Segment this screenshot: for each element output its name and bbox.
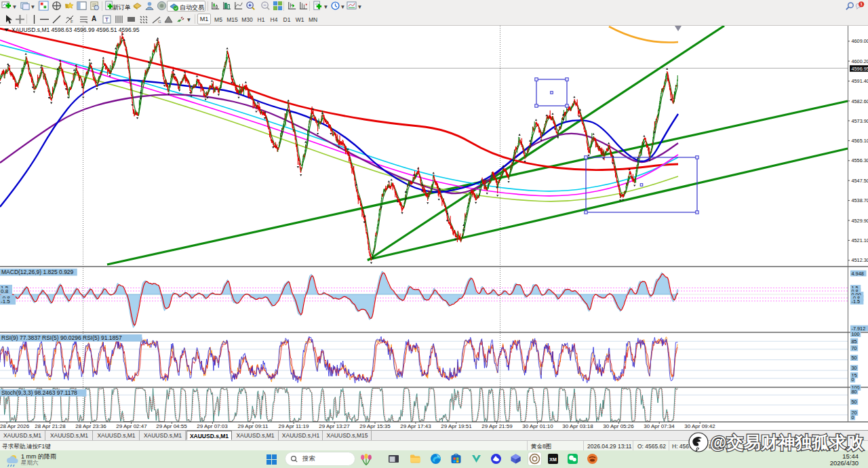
svg-text:F: F: [71, 20, 73, 24]
svg-text:4547.50: 4547.50: [852, 178, 868, 184]
svg-text:4529.90: 4529.90: [852, 218, 868, 224]
svg-text:100: 100: [852, 331, 860, 337]
svg-text:50: 50: [852, 355, 857, 361]
svg-text:4600.20: 4600.20: [852, 58, 868, 64]
svg-text:XAUUSD.s,M1 4598.63 4596.99 4: XAUUSD.s,M1 4598.63 4596.99 4596.51 4596…: [12, 26, 140, 33]
svg-text:30 Apr 01:10: 30 Apr 01:10: [522, 423, 553, 429]
svg-text:29 Apr 02:47: 29 Apr 02:47: [116, 423, 147, 429]
svg-text:0: 0: [852, 376, 854, 383]
svg-text:4565.10: 4565.10: [852, 138, 868, 144]
svg-text:29 Apr 04:55: 29 Apr 04:55: [156, 423, 187, 429]
svg-text:30 Apr 07:34: 30 Apr 07:34: [644, 423, 675, 429]
svg-text:29 Apr 19:51: 29 Apr 19:51: [441, 423, 472, 429]
svg-text:0.8: 0.8: [1, 288, 9, 294]
svg-text:30 Apr 03:18: 30 Apr 03:18: [562, 423, 593, 429]
svg-text:29 Apr 07:03: 29 Apr 07:03: [197, 423, 228, 429]
svg-text:XM: XM: [549, 457, 557, 462]
svg-text:70: 70: [852, 345, 857, 351]
svg-text:4591.40: 4591.40: [852, 78, 868, 84]
svg-text:4582.60: 4582.60: [852, 98, 868, 104]
svg-text:-1.5: -1.5: [852, 298, 861, 305]
svg-text:29 Apr 21:59: 29 Apr 21:59: [481, 423, 513, 429]
svg-text:28 Apr 23:36: 28 Apr 23:36: [75, 423, 106, 429]
svg-text:29 Apr 09:11: 29 Apr 09:11: [238, 423, 269, 429]
svg-text:4521.10: 4521.10: [852, 237, 868, 243]
svg-text:30 Apr 05:26: 30 Apr 05:26: [603, 423, 634, 429]
svg-text:@交易财神独孤求败: @交易财神独孤求败: [710, 433, 864, 452]
svg-text:29 Apr 17:43: 29 Apr 17:43: [400, 423, 431, 429]
svg-text:MACD(12,26,9) 1.825 0.929: MACD(12,26,9) 1.825 0.929: [1, 269, 74, 275]
svg-text:4.948: 4.948: [852, 271, 864, 277]
svg-text:4556.30: 4556.30: [852, 157, 868, 163]
svg-text:50: 50: [852, 399, 857, 405]
svg-text:RSI(9) 77.3837 RSI(5) 90.0296: RSI(9) 77.3837 RSI(5) 90.0296 RSI(5) 91.…: [1, 334, 122, 341]
svg-text:-1.5: -1.5: [1, 298, 10, 305]
svg-text:29 Apr 15:35: 29 Apr 15:35: [359, 423, 391, 429]
svg-text:4609.00: 4609.00: [852, 38, 868, 44]
svg-text:T: T: [105, 16, 109, 23]
svg-text:28 Apr 21:28: 28 Apr 21:28: [35, 423, 66, 429]
svg-text:29 Apr 13:27: 29 Apr 13:27: [319, 423, 350, 429]
svg-text:85: 85: [852, 338, 857, 345]
svg-text:4573.90: 4573.90: [852, 118, 868, 124]
svg-text:Stoch(9,3,3) 98.2463 97.1178: Stoch(9,3,3) 98.2463 97.1178: [1, 389, 77, 396]
svg-text:4596.95: 4596.95: [852, 66, 868, 72]
svg-text:80: 80: [852, 389, 857, 395]
svg-text:G: G: [158, 20, 161, 24]
svg-text:0: 0: [852, 414, 854, 421]
svg-text:30: 30: [852, 365, 857, 371]
svg-text:29 Apr 11:19: 29 Apr 11:19: [279, 423, 309, 429]
svg-text:28 Apr 2026: 28 Apr 2026: [0, 423, 30, 429]
svg-text:4538.70: 4538.70: [852, 197, 868, 203]
svg-text:4512.30: 4512.30: [852, 257, 868, 263]
